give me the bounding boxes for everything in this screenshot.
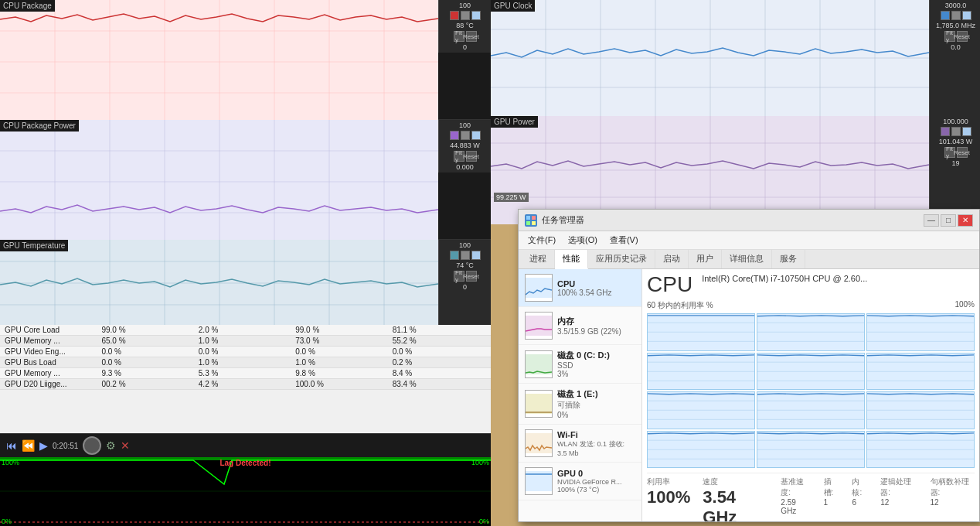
menu-options[interactable]: 选项(O) bbox=[562, 233, 604, 248]
cpu-graph-0 bbox=[647, 313, 755, 351]
svg-rect-67 bbox=[526, 433, 552, 453]
gpu-temp-reset-btn[interactable]: Reset bbox=[466, 271, 477, 282]
sidebar-item-memory[interactable]: 内存 3.5/15.9 GB (22%) bbox=[519, 307, 641, 345]
sidebar-item-gpu0[interactable]: GPU 0 NVIDIA GeForce R... 100% (73 °C) bbox=[519, 463, 641, 500]
svg-rect-61 bbox=[526, 221, 530, 225]
tab-app-history[interactable]: 应用历史记录 bbox=[588, 250, 655, 268]
cpu-power-ctrl-btns[interactable]: Fit y Reset bbox=[454, 151, 477, 162]
cpu-graph-2 bbox=[866, 313, 975, 351]
table-col-5: 8.4 % bbox=[391, 369, 488, 377]
table-col-3: 4.2 % bbox=[197, 380, 294, 388]
tm-maximize-btn[interactable]: □ bbox=[941, 214, 956, 227]
gpu0-mini-chart bbox=[526, 471, 552, 491]
tab-performance[interactable]: 性能 bbox=[555, 250, 588, 269]
tm-icon bbox=[525, 214, 537, 227]
gpu-temp-ctrl-btns[interactable]: Fit y Reset bbox=[454, 271, 477, 282]
settings-icon[interactable]: ⚙ bbox=[106, 439, 116, 452]
sidebar-gpu0-header: GPU 0 NVIDIA GeForce R... 100% (73 °C) bbox=[525, 467, 635, 495]
table-col-4: 1.0 % bbox=[294, 358, 390, 367]
cpu-package-ctrl-btns[interactable]: Fit y Reset bbox=[454, 31, 477, 42]
cpu-package-chart bbox=[0, 0, 438, 120]
tm-close-btn[interactable]: ✕ bbox=[958, 214, 973, 227]
disk0-mini-chart bbox=[526, 354, 552, 374]
play-btn[interactable]: ▶ bbox=[39, 439, 48, 452]
rewind-btn[interactable]: ⏪ bbox=[22, 439, 35, 452]
stat-handles: 句柄数补理器: 12 bbox=[931, 476, 975, 521]
media-bar: ⏮ ⏪ ▶ 0:20:51 ⚙ ✕ Lag Detected! 100% 100… bbox=[0, 433, 491, 526]
table-col-4: 73.0 % bbox=[294, 336, 390, 345]
stat-utilization: 利用率 100% bbox=[647, 476, 690, 521]
menu-view[interactable]: 查看(V) bbox=[604, 233, 645, 248]
cpu-package-color-boxes bbox=[450, 11, 481, 20]
sidebar-cpu-detail: 100% 3.54 GHz bbox=[557, 289, 612, 297]
cpu-power-reset-btn[interactable]: Reset bbox=[466, 151, 477, 162]
gpu-temp-current: 74 °C bbox=[456, 261, 474, 269]
gpu-clock-chart bbox=[491, 0, 929, 116]
cpu-package-max: 100 bbox=[459, 2, 471, 9]
sidebar-disk1-detail: 可插除 0% bbox=[557, 400, 598, 419]
table-col-2: 9.3 % bbox=[100, 369, 196, 377]
cpu-package-reset-btn[interactable]: Reset bbox=[466, 31, 477, 42]
stat-speed-label: 速度 bbox=[703, 476, 768, 487]
sidebar-item-disk1[interactable]: 磁盘 1 (E:) 可插除 0% bbox=[519, 384, 641, 425]
gpu-temp-zero: 0 bbox=[463, 283, 467, 291]
table-row: GPU Bus Load 0.0 % 1.0 % 1.0 % 0.2 % bbox=[0, 357, 491, 368]
tab-startup[interactable]: 启动 bbox=[655, 250, 689, 268]
prev-btn[interactable]: ⏮ bbox=[6, 439, 17, 452]
cpu-package-title: CPU Package bbox=[0, 0, 55, 12]
table-col-5: 0.0 % bbox=[391, 347, 488, 356]
color-box-gray1 bbox=[461, 11, 470, 20]
color-box-purple2 bbox=[941, 127, 950, 136]
gpu-clock-controls: 3000.0 1,785.0 MHz Fit y Reset 0.0 bbox=[929, 0, 980, 116]
tm-main-content: CPU Intel(R) Core(TM) i7-10750H CPU @ 2.… bbox=[642, 269, 979, 521]
gpu-clock-ctrl-btns[interactable]: Fit y Reset bbox=[944, 31, 968, 42]
cpu-graph-7 bbox=[757, 391, 865, 429]
menu-file[interactable]: 文件(F) bbox=[522, 233, 562, 248]
sidebar-disk1-name: 磁盘 1 (E:) bbox=[557, 388, 598, 400]
sidebar-cpu-header: CPU 100% 3.54 GHz bbox=[525, 274, 635, 302]
tab-details[interactable]: 详细信息 bbox=[722, 250, 772, 268]
gpu-clock-reset-btn[interactable]: Reset bbox=[957, 31, 968, 42]
sidebar-disk0-name: 磁盘 0 (C: D:) bbox=[557, 350, 610, 361]
top-pct-left: 100% bbox=[2, 459, 19, 466]
tab-users[interactable]: 用户 bbox=[689, 250, 722, 268]
color-box-gray3 bbox=[461, 251, 470, 260]
color-box-blue bbox=[471, 11, 481, 20]
color-box-gray2 bbox=[461, 131, 470, 140]
table-col-name: GPU Video Eng... bbox=[3, 347, 100, 356]
gpu-power-zero-val: 19 bbox=[951, 159, 959, 167]
table-col-2: 99.0 % bbox=[100, 326, 196, 334]
sidebar-item-wifi[interactable]: Wi-Fi WLAN 发送: 0.1 接收: 3.5 Mb bbox=[519, 425, 641, 463]
table-col-3: 1.0 % bbox=[197, 358, 294, 367]
cpu-graph-5 bbox=[866, 353, 975, 391]
sidebar-disk1-header: 磁盘 1 (E:) 可插除 0% bbox=[525, 388, 635, 419]
gpu-power-panel: GPU Power 99.225 W 100.000 bbox=[491, 116, 980, 224]
cpu-graph-svg-0 bbox=[648, 314, 754, 350]
sidebar-cpu-info: CPU 100% 3.54 GHz bbox=[557, 279, 612, 297]
cpu-graph-6 bbox=[647, 391, 755, 429]
tm-minimize-btn[interactable]: — bbox=[924, 214, 939, 227]
media-controls: ⏮ ⏪ ▶ 0:20:51 ⚙ ✕ bbox=[0, 434, 491, 457]
color-box-purple bbox=[450, 131, 459, 140]
wifi-mini-chart bbox=[526, 433, 552, 453]
gpu-power-chart bbox=[491, 116, 929, 224]
sidebar-mem-detail: 3.5/15.9 GB (22%) bbox=[557, 327, 621, 336]
tab-services[interactable]: 服务 bbox=[772, 250, 805, 268]
table-col-name: GPU Memory ... bbox=[3, 336, 100, 345]
cpu-graph-svg-3 bbox=[648, 354, 754, 390]
cpu-graph-1 bbox=[757, 313, 865, 351]
svg-rect-59 bbox=[526, 216, 530, 220]
cpu-package-zero: 0 bbox=[463, 43, 467, 51]
stat-lp-label: 逻辑处理器: bbox=[880, 476, 917, 498]
tm-win-buttons[interactable]: — □ ✕ bbox=[924, 214, 973, 227]
gpu-power-reset-btn[interactable]: Reset bbox=[957, 147, 968, 158]
color-box-blue4 bbox=[941, 11, 950, 20]
tab-processes[interactable]: 进程 bbox=[522, 250, 555, 268]
color-box-blue3 bbox=[471, 251, 481, 260]
sidebar-item-cpu[interactable]: CPU 100% 3.54 GHz bbox=[519, 269, 641, 307]
close-icon[interactable]: ✕ bbox=[121, 439, 130, 452]
table-col-4: 9.8 % bbox=[294, 369, 390, 377]
color-box-blue5 bbox=[962, 11, 971, 20]
sidebar-item-disk0[interactable]: 磁盘 0 (C: D:) SSD 3% bbox=[519, 345, 641, 384]
gpu-power-ctrl-btns[interactable]: Fit y Reset bbox=[944, 147, 968, 158]
